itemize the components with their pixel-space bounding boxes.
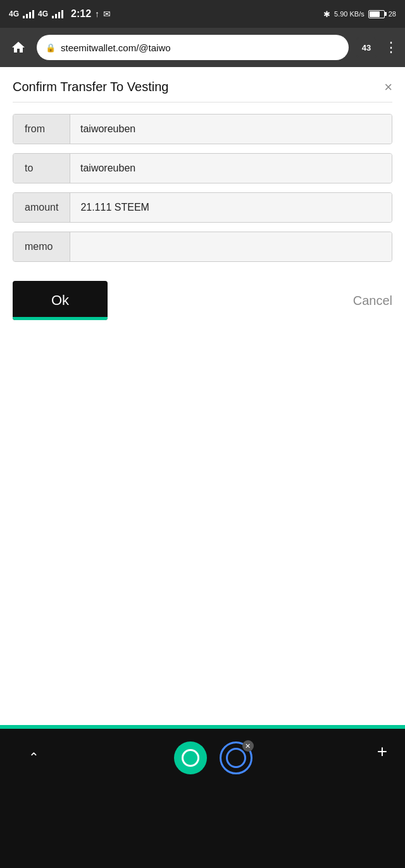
- to-row: to taiworeuben: [13, 153, 392, 183]
- url-text: steemitwallet.com/@taiwo: [61, 42, 340, 53]
- dialog-header: Confirm Transfer To Vesting ×: [13, 80, 392, 94]
- browser-chrome: 🔒 steemitwallet.com/@taiwo 43 ⋮: [0, 28, 405, 67]
- dialog: Confirm Transfer To Vesting × from taiwo…: [0, 67, 405, 335]
- message-icon: ✉: [103, 9, 111, 19]
- status-left: 4G 4G 2:12 ↑ ✉: [9, 8, 111, 20]
- browser-inner-1: [182, 749, 199, 767]
- upload-icon: ↑: [95, 9, 99, 19]
- page-content: Confirm Transfer To Vesting × from taiwo…: [0, 67, 405, 725]
- back-button[interactable]: ⌃: [18, 741, 49, 773]
- signal-bars-2: [52, 9, 63, 18]
- amount-row: amount 21.111 STEEM: [13, 192, 392, 223]
- nav-center: ✕: [174, 741, 252, 774]
- to-label: to: [13, 154, 70, 183]
- url-bar[interactable]: 🔒 steemitwallet.com/@taiwo: [37, 35, 349, 60]
- dialog-divider: [13, 102, 392, 102]
- to-value: taiworeuben: [70, 154, 392, 183]
- memo-label: memo: [13, 232, 70, 261]
- from-label: from: [13, 115, 70, 144]
- battery-level: 28: [389, 10, 396, 18]
- lock-icon: 🔒: [46, 43, 56, 53]
- status-right: ✱ 5.90 KB/s 28: [323, 9, 396, 19]
- ok-button[interactable]: Ok: [13, 281, 108, 320]
- home-icon: [11, 40, 26, 55]
- bluetooth-icon: ✱: [323, 9, 330, 19]
- time-display: 2:12: [71, 8, 91, 20]
- from-value: taiworeuben: [70, 115, 392, 144]
- memo-row: memo: [13, 232, 392, 262]
- home-button[interactable]: [8, 37, 29, 58]
- memo-value: [70, 232, 392, 261]
- amount-label: amount: [13, 193, 70, 222]
- browser-icon-2[interactable]: ✕: [220, 741, 252, 774]
- add-icon: +: [377, 741, 387, 761]
- more-button[interactable]: ⋮: [384, 40, 397, 54]
- white-area: [0, 335, 405, 664]
- close-button[interactable]: ×: [384, 80, 392, 94]
- browser-icon-1[interactable]: [174, 741, 207, 774]
- amount-value: 21.111 STEEM: [70, 193, 392, 222]
- button-row: Ok Cancel: [13, 281, 392, 320]
- network1-label: 4G: [9, 9, 19, 18]
- add-button[interactable]: +: [377, 741, 387, 762]
- cancel-button[interactable]: Cancel: [353, 294, 392, 308]
- bottom-nav: ⌃ ✕ +: [0, 729, 405, 868]
- status-bar: 4G 4G 2:12 ↑ ✉ ✱ 5.90 KB/s 28: [0, 0, 405, 28]
- tab-count[interactable]: 43: [356, 37, 377, 58]
- signal-bars-1: [23, 9, 34, 18]
- battery-fill: [370, 11, 380, 17]
- speed-display: 5.90 KB/s: [334, 10, 364, 18]
- close-tab-icon[interactable]: ✕: [242, 740, 254, 752]
- from-row: from taiworeuben: [13, 114, 392, 144]
- network2-label: 4G: [38, 9, 48, 18]
- browser-inner-2: [226, 748, 246, 768]
- battery-indicator: [368, 10, 385, 18]
- dialog-title: Confirm Transfer To Vesting: [13, 80, 168, 94]
- back-icon: ⌃: [28, 750, 39, 765]
